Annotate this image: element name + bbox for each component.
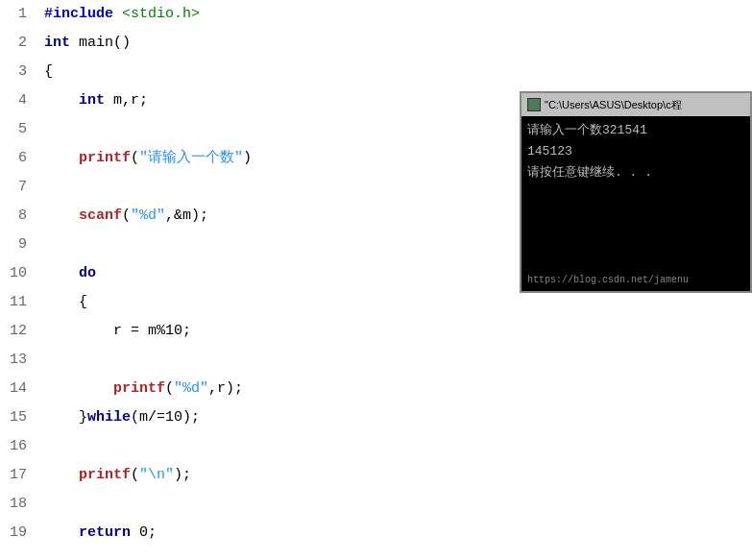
line-num-14: 14	[10, 375, 27, 403]
terminal-line-2: 145123	[527, 141, 744, 162]
line-numbers: 1 2 3 4 5 6 7 8 9 10 11 12 13 14 15 16 1…	[0, 0, 35, 560]
line-num-3: 3	[18, 58, 27, 86]
func-printf-3: printf	[79, 461, 131, 490]
terminal-window: "C:\Users\ASUS\Desktop\c程 请输入一个数321541 1…	[520, 91, 752, 293]
terminal-footer: https://blog.csdn.net/jamenu	[522, 268, 750, 291]
code-line-19: return 0;	[44, 519, 752, 548]
string-format-2: "%d"	[174, 375, 208, 403]
terminal-line-3: 请按任意键继续. . .	[527, 162, 744, 183]
line-num-13: 13	[10, 346, 27, 375]
code-line-2: int main()	[44, 29, 752, 58]
terminal-line-1: 请输入一个数321541	[527, 120, 744, 141]
func-printf-1: printf	[79, 144, 131, 173]
code-line-17: printf ( "\n" );	[44, 461, 752, 490]
line-num-16: 16	[10, 432, 27, 461]
line-num-10: 10	[10, 259, 27, 288]
code-line-1: #include <stdio.h>	[44, 0, 752, 29]
line-num-15: 15	[10, 403, 27, 432]
terminal-app-icon	[527, 98, 541, 111]
keyword-do: do	[79, 259, 96, 288]
code-line-12: r = m % 10;	[44, 317, 752, 346]
line-num-4: 4	[18, 86, 27, 115]
code-line-18	[44, 490, 752, 519]
terminal-url: https://blog.csdn.net/jamenu	[527, 275, 689, 285]
line-num-1: 1	[18, 0, 27, 29]
header-stdio: <stdio.h>	[122, 0, 200, 29]
keyword-while: while	[87, 403, 131, 432]
func-scanf: scanf	[79, 202, 122, 231]
keyword-include: #include	[44, 0, 113, 29]
keyword-int: int	[44, 29, 70, 58]
code-line-16	[44, 432, 752, 461]
keyword-return: return	[79, 519, 131, 548]
terminal-body: 请输入一个数321541 145123 请按任意键继续. . .	[522, 116, 750, 268]
keyword-int-2: int	[79, 86, 105, 115]
line-num-19: 19	[10, 519, 27, 548]
line-num-2: 2	[18, 29, 27, 58]
line-num-5: 5	[18, 115, 27, 144]
string-format-1: "%d"	[131, 202, 165, 231]
code-line-15: } while (m/=10);	[44, 403, 752, 432]
line-num-8: 8	[18, 202, 27, 231]
string-newline: "\n"	[139, 461, 174, 490]
line-num-12: 12	[10, 317, 27, 346]
func-printf-2: printf	[113, 375, 165, 403]
code-line-13	[44, 346, 752, 375]
code-editor: 1 2 3 4 5 6 7 8 9 10 11 12 13 14 15 16 1…	[0, 0, 752, 560]
line-num-18: 18	[10, 490, 27, 519]
line-num-9: 9	[18, 231, 27, 259]
string-chinese: "请输入一个数"	[139, 144, 243, 173]
code-line-3: {	[44, 58, 752, 86]
line-num-7: 7	[18, 173, 27, 202]
line-num-11: 11	[10, 288, 27, 317]
line-num-17: 17	[10, 461, 27, 490]
code-line-14: printf ( "%d" ,r);	[44, 375, 752, 403]
line-num-6: 6	[18, 144, 27, 173]
terminal-title: "C:\Users\ASUS\Desktop\c程	[545, 98, 682, 112]
terminal-titlebar: "C:\Users\ASUS\Desktop\c程	[522, 93, 750, 116]
